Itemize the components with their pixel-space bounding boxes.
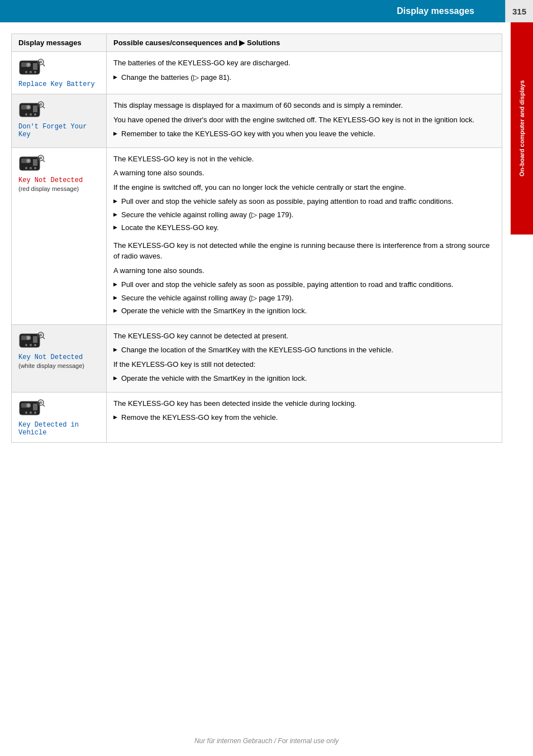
svg-line-33 xyxy=(42,160,45,162)
display-label-key-detected: Key Detected in Vehicle xyxy=(18,421,99,437)
key-icon-not-detected-white xyxy=(18,331,45,351)
cell-replace-battery-content: The batteries of the KEYLESS-GO key are … xyxy=(107,52,502,94)
key-icon-replace-battery xyxy=(18,58,45,78)
table-row: Don't Forget Your Key This display messa… xyxy=(12,94,502,148)
svg-point-37 xyxy=(27,337,30,339)
display-sublabel-white: (white display message) xyxy=(18,362,99,369)
svg-point-43 xyxy=(40,333,42,336)
svg-point-54 xyxy=(40,401,42,404)
svg-rect-4 xyxy=(33,63,37,70)
svg-line-55 xyxy=(42,404,45,406)
bullet-list: Remember to take the KEYLESS-GO key with… xyxy=(113,128,495,140)
svg-line-22 xyxy=(42,106,45,108)
extra-bullet-list: Pull over and stop the vehicle safely as… xyxy=(113,279,495,317)
sidebar-chapter-label: On-board computer and displays xyxy=(511,22,533,235)
bullet-list: Remove the KEYLESS-GO key from the vehic… xyxy=(113,412,495,423)
display-messages-table: Display messages Possible causes/consequ… xyxy=(11,34,502,443)
extra-section-red: The KEYLESS-GO key is not detected while… xyxy=(113,240,495,317)
bullet-list: Change the batteries (▷ page 81). xyxy=(113,72,495,83)
svg-rect-27 xyxy=(33,159,37,166)
svg-point-51 xyxy=(30,412,32,414)
bullet-list: Pull over and stop the vehicle safely as… xyxy=(113,196,495,233)
cell-dont-forget-content: This display message is displayed for a … xyxy=(107,94,502,148)
svg-point-15 xyxy=(27,106,30,108)
col-header-causes-solutions: Possible causes/consequences and ▶ Solut… xyxy=(107,34,502,52)
extra-bullet-list-white: Operate the vehicle with the SmartKey in… xyxy=(113,373,495,384)
display-label-key-not-detected-white: Key Not Detected xyxy=(18,353,99,361)
display-label-dont-forget: Don't Forget Your Key xyxy=(18,123,99,138)
svg-point-39 xyxy=(25,344,27,346)
svg-point-30 xyxy=(34,167,36,169)
svg-point-48 xyxy=(27,404,30,406)
svg-point-6 xyxy=(30,71,32,73)
svg-point-17 xyxy=(25,113,27,116)
page-number: 315 xyxy=(505,0,533,22)
table-row: Key Not Detected (white display message)… xyxy=(12,324,502,392)
svg-rect-38 xyxy=(33,336,37,343)
cell-key-not-detected-red-content: The KEYLESS-GO key is not in the vehicle… xyxy=(107,147,502,324)
table-row: Key Not Detected (red display message) T… xyxy=(12,147,502,324)
svg-point-19 xyxy=(34,113,36,116)
svg-point-21 xyxy=(40,103,42,106)
footer-text: Nur für internen Gebrauch / For internal… xyxy=(11,737,522,745)
bullet-list: Change the location of the SmartKey with… xyxy=(113,344,495,356)
svg-point-9 xyxy=(40,61,42,64)
svg-point-32 xyxy=(40,156,42,159)
svg-point-41 xyxy=(34,344,36,346)
cell-key-not-detected-white-content: The KEYLESS-GO key cannot be detected at… xyxy=(107,324,502,392)
svg-point-18 xyxy=(30,113,32,116)
key-icon-not-detected-red xyxy=(18,154,45,174)
svg-line-44 xyxy=(42,337,45,339)
svg-rect-49 xyxy=(33,404,37,410)
table-row: Key Detected in Vehicle The KEYLESS-GO k… xyxy=(12,392,502,442)
col-header-display-messages: Display messages xyxy=(12,34,107,52)
svg-point-28 xyxy=(25,167,27,169)
display-sublabel-red: (red display message) xyxy=(18,185,99,192)
svg-point-7 xyxy=(34,71,36,73)
table-row: Replace Key Battery The batteries of the… xyxy=(12,52,502,94)
key-icon-dont-forget xyxy=(18,100,45,120)
svg-point-26 xyxy=(27,160,30,162)
svg-point-5 xyxy=(25,71,27,73)
display-label-key-not-detected-red: Key Not Detected xyxy=(18,176,99,184)
page-header-title: Display messages xyxy=(0,0,505,22)
display-label-replace-battery: Replace Key Battery xyxy=(18,80,99,88)
svg-point-29 xyxy=(30,167,32,169)
cell-key-detected-content: The KEYLESS-GO key has been detected ins… xyxy=(107,392,502,442)
key-icon-detected-in-vehicle xyxy=(18,398,45,418)
svg-point-50 xyxy=(25,412,27,414)
svg-point-3 xyxy=(27,64,30,66)
svg-rect-16 xyxy=(33,106,37,112)
svg-point-40 xyxy=(30,344,32,346)
svg-point-52 xyxy=(34,412,36,414)
